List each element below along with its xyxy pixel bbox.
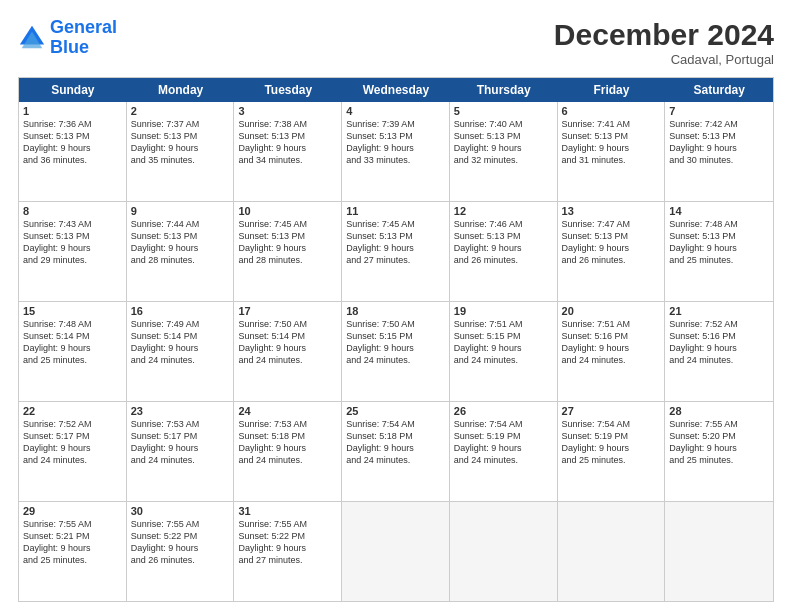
calendar-cell-day-26: 26Sunrise: 7:54 AM Sunset: 5:19 PM Dayli… <box>450 402 558 501</box>
calendar-cell-day-8: 8Sunrise: 7:43 AM Sunset: 5:13 PM Daylig… <box>19 202 127 301</box>
calendar-row-2: 15Sunrise: 7:48 AM Sunset: 5:14 PM Dayli… <box>19 302 773 402</box>
day-info: Sunrise: 7:50 AM Sunset: 5:15 PM Dayligh… <box>346 318 445 367</box>
calendar: SundayMondayTuesdayWednesdayThursdayFrid… <box>18 77 774 602</box>
day-info: Sunrise: 7:39 AM Sunset: 5:13 PM Dayligh… <box>346 118 445 167</box>
calendar-cell-day-21: 21Sunrise: 7:52 AM Sunset: 5:16 PM Dayli… <box>665 302 773 401</box>
day-info: Sunrise: 7:51 AM Sunset: 5:16 PM Dayligh… <box>562 318 661 367</box>
logo-line2: Blue <box>50 37 89 57</box>
day-info: Sunrise: 7:55 AM Sunset: 5:21 PM Dayligh… <box>23 518 122 567</box>
day-info: Sunrise: 7:47 AM Sunset: 5:13 PM Dayligh… <box>562 218 661 267</box>
weekday-header-saturday: Saturday <box>665 78 773 102</box>
day-number: 25 <box>346 405 445 417</box>
day-number: 7 <box>669 105 769 117</box>
day-number: 29 <box>23 505 122 517</box>
day-info: Sunrise: 7:43 AM Sunset: 5:13 PM Dayligh… <box>23 218 122 267</box>
day-number: 21 <box>669 305 769 317</box>
calendar-row-4: 29Sunrise: 7:55 AM Sunset: 5:21 PM Dayli… <box>19 502 773 601</box>
day-info: Sunrise: 7:40 AM Sunset: 5:13 PM Dayligh… <box>454 118 553 167</box>
calendar-cell-day-22: 22Sunrise: 7:52 AM Sunset: 5:17 PM Dayli… <box>19 402 127 501</box>
day-info: Sunrise: 7:44 AM Sunset: 5:13 PM Dayligh… <box>131 218 230 267</box>
calendar-header: SundayMondayTuesdayWednesdayThursdayFrid… <box>19 78 773 102</box>
header: General Blue December 2024 Cadaval, Port… <box>18 18 774 67</box>
calendar-cell-day-19: 19Sunrise: 7:51 AM Sunset: 5:15 PM Dayli… <box>450 302 558 401</box>
weekday-header-sunday: Sunday <box>19 78 127 102</box>
calendar-cell-day-30: 30Sunrise: 7:55 AM Sunset: 5:22 PM Dayli… <box>127 502 235 601</box>
day-info: Sunrise: 7:42 AM Sunset: 5:13 PM Dayligh… <box>669 118 769 167</box>
day-number: 27 <box>562 405 661 417</box>
calendar-cell-day-15: 15Sunrise: 7:48 AM Sunset: 5:14 PM Dayli… <box>19 302 127 401</box>
calendar-cell-day-13: 13Sunrise: 7:47 AM Sunset: 5:13 PM Dayli… <box>558 202 666 301</box>
calendar-cell-day-16: 16Sunrise: 7:49 AM Sunset: 5:14 PM Dayli… <box>127 302 235 401</box>
calendar-cell-day-4: 4Sunrise: 7:39 AM Sunset: 5:13 PM Daylig… <box>342 102 450 201</box>
calendar-cell-day-7: 7Sunrise: 7:42 AM Sunset: 5:13 PM Daylig… <box>665 102 773 201</box>
day-number: 14 <box>669 205 769 217</box>
day-number: 23 <box>131 405 230 417</box>
calendar-cell-day-1: 1Sunrise: 7:36 AM Sunset: 5:13 PM Daylig… <box>19 102 127 201</box>
day-number: 12 <box>454 205 553 217</box>
day-number: 26 <box>454 405 553 417</box>
calendar-cell-day-20: 20Sunrise: 7:51 AM Sunset: 5:16 PM Dayli… <box>558 302 666 401</box>
day-info: Sunrise: 7:54 AM Sunset: 5:19 PM Dayligh… <box>454 418 553 467</box>
calendar-cell-day-24: 24Sunrise: 7:53 AM Sunset: 5:18 PM Dayli… <box>234 402 342 501</box>
day-number: 22 <box>23 405 122 417</box>
month-title: December 2024 <box>554 18 774 52</box>
calendar-cell-empty <box>342 502 450 601</box>
calendar-cell-day-31: 31Sunrise: 7:55 AM Sunset: 5:22 PM Dayli… <box>234 502 342 601</box>
day-number: 10 <box>238 205 337 217</box>
day-number: 1 <box>23 105 122 117</box>
calendar-cell-day-2: 2Sunrise: 7:37 AM Sunset: 5:13 PM Daylig… <box>127 102 235 201</box>
weekday-header-thursday: Thursday <box>450 78 558 102</box>
day-number: 5 <box>454 105 553 117</box>
calendar-cell-day-5: 5Sunrise: 7:40 AM Sunset: 5:13 PM Daylig… <box>450 102 558 201</box>
calendar-cell-day-11: 11Sunrise: 7:45 AM Sunset: 5:13 PM Dayli… <box>342 202 450 301</box>
calendar-cell-day-14: 14Sunrise: 7:48 AM Sunset: 5:13 PM Dayli… <box>665 202 773 301</box>
weekday-header-friday: Friday <box>558 78 666 102</box>
weekday-header-wednesday: Wednesday <box>342 78 450 102</box>
logo: General Blue <box>18 18 117 58</box>
location: Cadaval, Portugal <box>554 52 774 67</box>
day-info: Sunrise: 7:48 AM Sunset: 5:14 PM Dayligh… <box>23 318 122 367</box>
calendar-cell-day-18: 18Sunrise: 7:50 AM Sunset: 5:15 PM Dayli… <box>342 302 450 401</box>
logo-text: General Blue <box>50 18 117 58</box>
day-info: Sunrise: 7:55 AM Sunset: 5:22 PM Dayligh… <box>238 518 337 567</box>
day-number: 13 <box>562 205 661 217</box>
day-info: Sunrise: 7:41 AM Sunset: 5:13 PM Dayligh… <box>562 118 661 167</box>
weekday-header-monday: Monday <box>127 78 235 102</box>
logo-icon <box>18 24 46 52</box>
calendar-cell-empty <box>558 502 666 601</box>
calendar-cell-day-17: 17Sunrise: 7:50 AM Sunset: 5:14 PM Dayli… <box>234 302 342 401</box>
title-block: December 2024 Cadaval, Portugal <box>554 18 774 67</box>
day-number: 3 <box>238 105 337 117</box>
day-number: 17 <box>238 305 337 317</box>
calendar-cell-empty <box>450 502 558 601</box>
weekday-header-tuesday: Tuesday <box>234 78 342 102</box>
day-number: 19 <box>454 305 553 317</box>
calendar-cell-day-29: 29Sunrise: 7:55 AM Sunset: 5:21 PM Dayli… <box>19 502 127 601</box>
calendar-body: 1Sunrise: 7:36 AM Sunset: 5:13 PM Daylig… <box>19 102 773 601</box>
logo-line1: General <box>50 17 117 37</box>
day-info: Sunrise: 7:37 AM Sunset: 5:13 PM Dayligh… <box>131 118 230 167</box>
calendar-cell-day-25: 25Sunrise: 7:54 AM Sunset: 5:18 PM Dayli… <box>342 402 450 501</box>
day-info: Sunrise: 7:45 AM Sunset: 5:13 PM Dayligh… <box>346 218 445 267</box>
day-number: 24 <box>238 405 337 417</box>
day-number: 30 <box>131 505 230 517</box>
day-info: Sunrise: 7:54 AM Sunset: 5:19 PM Dayligh… <box>562 418 661 467</box>
calendar-cell-day-23: 23Sunrise: 7:53 AM Sunset: 5:17 PM Dayli… <box>127 402 235 501</box>
day-info: Sunrise: 7:51 AM Sunset: 5:15 PM Dayligh… <box>454 318 553 367</box>
day-info: Sunrise: 7:38 AM Sunset: 5:13 PM Dayligh… <box>238 118 337 167</box>
calendar-row-1: 8Sunrise: 7:43 AM Sunset: 5:13 PM Daylig… <box>19 202 773 302</box>
calendar-cell-day-3: 3Sunrise: 7:38 AM Sunset: 5:13 PM Daylig… <box>234 102 342 201</box>
calendar-cell-day-28: 28Sunrise: 7:55 AM Sunset: 5:20 PM Dayli… <box>665 402 773 501</box>
day-number: 16 <box>131 305 230 317</box>
calendar-row-0: 1Sunrise: 7:36 AM Sunset: 5:13 PM Daylig… <box>19 102 773 202</box>
day-info: Sunrise: 7:53 AM Sunset: 5:18 PM Dayligh… <box>238 418 337 467</box>
day-number: 11 <box>346 205 445 217</box>
day-number: 15 <box>23 305 122 317</box>
day-info: Sunrise: 7:52 AM Sunset: 5:16 PM Dayligh… <box>669 318 769 367</box>
calendar-cell-day-6: 6Sunrise: 7:41 AM Sunset: 5:13 PM Daylig… <box>558 102 666 201</box>
calendar-cell-day-12: 12Sunrise: 7:46 AM Sunset: 5:13 PM Dayli… <box>450 202 558 301</box>
day-number: 9 <box>131 205 230 217</box>
day-info: Sunrise: 7:36 AM Sunset: 5:13 PM Dayligh… <box>23 118 122 167</box>
day-number: 20 <box>562 305 661 317</box>
day-info: Sunrise: 7:48 AM Sunset: 5:13 PM Dayligh… <box>669 218 769 267</box>
